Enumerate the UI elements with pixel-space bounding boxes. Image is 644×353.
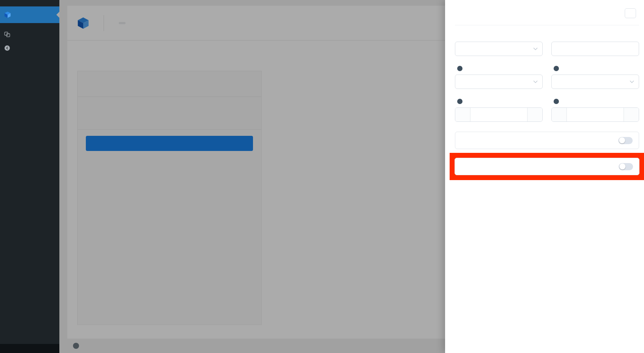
deposit-toggle[interactable]: [619, 163, 633, 170]
max-capacity-value[interactable]: [567, 108, 624, 121]
decrement-button[interactable]: [455, 108, 470, 121]
help-icon: [554, 99, 559, 104]
max-capacity-label: [551, 99, 639, 104]
help-icon: [457, 66, 462, 71]
price-field-group: [551, 38, 639, 56]
price-input[interactable]: [551, 42, 639, 56]
buffer-before-select[interactable]: [455, 75, 543, 89]
sidebar-item-amelia[interactable]: [0, 6, 59, 23]
chevron-down-icon: [533, 47, 538, 50]
min-capacity-stepper: [455, 107, 543, 122]
sidebar-item-loco-translate[interactable]: [0, 28, 59, 41]
wp-admin-sidebar: [0, 0, 59, 353]
amelia-logo-icon: [4, 11, 11, 19]
help-icon: [457, 99, 462, 104]
min-capacity-value[interactable]: [470, 108, 527, 121]
help-icon: [554, 66, 559, 71]
deposit-toggle-row: [455, 158, 639, 175]
increment-button[interactable]: [527, 108, 542, 121]
sidebar-item-collapse-menu[interactable]: [0, 41, 59, 55]
buffer-after-group: [551, 66, 639, 89]
close-button[interactable]: [625, 8, 636, 18]
duration-field-group: [455, 38, 543, 56]
translate-icon: [4, 31, 11, 38]
buffer-before-label: [455, 66, 543, 71]
main-content: [59, 0, 445, 353]
chevron-down-icon: [533, 80, 538, 83]
panel-body: [445, 31, 644, 180]
annotation-highlight-box: [450, 153, 644, 180]
special-days-toggle[interactable]: [618, 137, 633, 144]
edit-service-panel: [445, 0, 644, 353]
buffer-after-select[interactable]: [551, 75, 639, 89]
min-capacity-label: [455, 99, 543, 104]
decrement-button[interactable]: [552, 108, 567, 121]
max-capacity-stepper: [551, 107, 639, 122]
panel-header: [445, 0, 644, 18]
collapse-arrow-icon: [4, 45, 11, 51]
min-capacity-group: [455, 99, 543, 122]
panel-tabs: [445, 25, 644, 31]
buffer-before-group: [455, 66, 543, 89]
modal-backdrop: [59, 0, 445, 353]
special-days-toggle-row: [455, 132, 639, 149]
duration-select[interactable]: [455, 42, 543, 56]
current-menu-arrow-icon: [53, 12, 59, 18]
chevron-down-icon: [630, 80, 634, 83]
max-capacity-group: [551, 99, 639, 122]
buffer-after-label: [551, 66, 639, 71]
wp-top-menu: [0, 0, 59, 3]
amelia-submenu: [0, 23, 59, 28]
increment-button[interactable]: [624, 108, 639, 121]
sidebar-footer: [0, 344, 59, 353]
